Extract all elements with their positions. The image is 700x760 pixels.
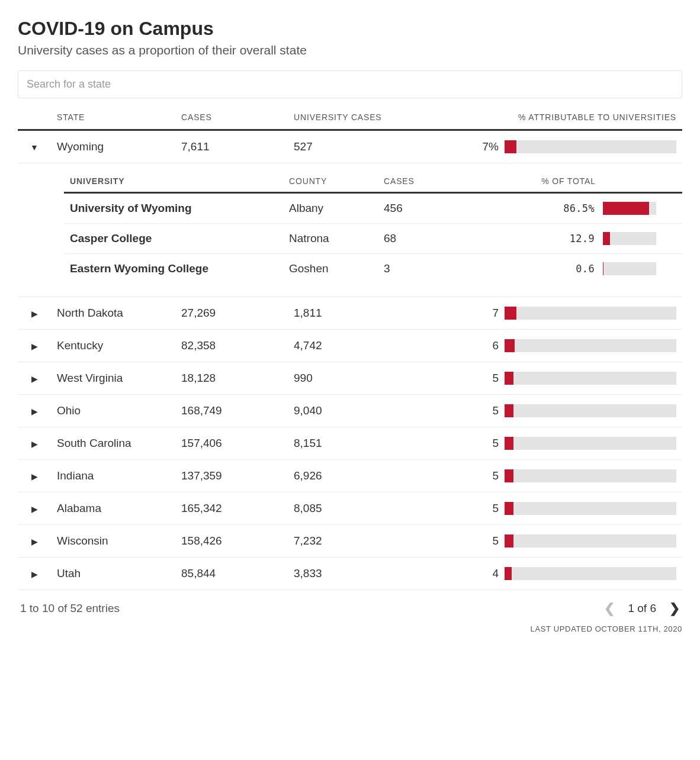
pct-cell: 5 [412,460,682,492]
pct-bar [505,140,676,153]
university-cases-cell: 1,811 [288,297,412,330]
table-footer: 1 to 10 of 52 entries ❮ 1 of 6 ❯ [18,590,682,620]
cases-cell: 158,426 [175,525,288,558]
app-container: COVID-19 on Campus University cases as a… [18,18,682,633]
pager-page-label: 1 of 6 [628,602,656,615]
last-updated: LAST UPDATED OCTOBER 11TH, 2020 [18,624,682,633]
expand-toggle[interactable]: ▶ [31,374,38,384]
pager-next[interactable]: ❯ [669,601,680,616]
states-table-header: STATE CASES UNIVERSITY CASES % ATTRIBUTA… [18,107,682,130]
cases-cell: 157,406 [175,427,288,460]
states-table: STATE CASES UNIVERSITY CASES % ATTRIBUTA… [18,107,682,590]
detail-pct-bar [603,232,656,245]
expand-toggle[interactable]: ▶ [31,537,38,546]
detail-pct-bar [603,202,656,215]
cases-cell: 82,358 [175,330,288,362]
states-table-body: ▼Wyoming7,6115277%UNIVERSITYCOUNTYCASES%… [18,130,682,590]
pct-cell: 7 [412,297,682,330]
pct-label: 6 [479,339,499,352]
detail-pct-bar [603,262,656,275]
expand-toggle[interactable]: ▶ [31,309,38,318]
col-state-header[interactable]: STATE [51,107,175,130]
detail-col-county-header[interactable]: COUNTY [283,170,378,193]
detail-table-row: Casper CollegeNatrona6812.9 [64,224,682,254]
university-cases-cell: 7,232 [288,525,412,558]
col-cases-header[interactable]: CASES [175,107,288,130]
pct-cell: 4 [412,558,682,590]
pct-label: 5 [479,502,499,515]
county-cell: Natrona [283,224,378,254]
expand-toggle[interactable]: ▼ [30,143,38,152]
state-cell: Indiana [51,460,175,492]
detail-pct-cell: 86.5% [455,193,682,224]
pct-cell: 5 [412,492,682,525]
table-row: ▼Wyoming7,6115277% [18,130,682,163]
detail-cases-cell: 68 [378,224,455,254]
state-cell: West Virginia [51,362,175,395]
detail-pct-label: 12.9 [570,233,595,244]
university-cell: Eastern Wyoming College [64,254,283,284]
detail-cases-cell: 456 [378,193,455,224]
pager-prev[interactable]: ❮ [604,601,615,616]
pct-label: 5 [479,534,499,548]
cases-cell: 27,269 [175,297,288,330]
detail-table: UNIVERSITYCOUNTYCASES% OF TOTALUniversit… [64,170,682,284]
col-pct-header[interactable]: % ATTRIBUTABLE TO UNIVERSITIES [412,107,682,130]
university-cases-cell: 527 [288,130,412,163]
expand-toggle[interactable]: ▶ [31,439,38,449]
detail-pct-cell: 0.6 [455,254,682,284]
table-row: ▶Alabama165,3428,0855 [18,492,682,525]
pct-bar [505,502,676,515]
table-row: ▶Wisconsin158,4267,2325 [18,525,682,558]
pct-bar [505,372,676,385]
expand-toggle[interactable]: ▶ [31,504,38,514]
cases-cell: 18,128 [175,362,288,395]
pct-cell: 5 [412,427,682,460]
pct-label: 4 [479,567,499,580]
expand-toggle[interactable]: ▶ [31,472,38,481]
table-row: ▶Kentucky82,3584,7426 [18,330,682,362]
cases-cell: 165,342 [175,492,288,525]
page-title: COVID-19 on Campus [18,18,682,40]
detail-col-pct-header[interactable]: % OF TOTAL [455,170,682,193]
university-cases-cell: 9,040 [288,395,412,427]
state-cell: North Dakota [51,297,175,330]
expand-toggle[interactable]: ▶ [31,569,38,579]
col-university-cases-header[interactable]: UNIVERSITY CASES [288,107,412,130]
table-row: ▶North Dakota27,2691,8117 [18,297,682,330]
pct-cell: 7% [412,130,682,163]
expand-toggle[interactable]: ▶ [31,342,38,351]
pct-cell: 5 [412,525,682,558]
detail-col-cases-header[interactable]: CASES [378,170,455,193]
university-cell: University of Wyoming [64,193,283,224]
state-cell: Alabama [51,492,175,525]
detail-table-row: University of WyomingAlbany45686.5% [64,193,682,224]
pct-label: 7% [479,140,499,153]
state-cell: Ohio [51,395,175,427]
county-cell: Albany [283,193,378,224]
state-cell: Kentucky [51,330,175,362]
pct-bar [505,339,676,352]
university-cases-cell: 4,742 [288,330,412,362]
detail-table-row: Eastern Wyoming CollegeGoshen30.6 [64,254,682,284]
cases-cell: 85,844 [175,558,288,590]
detail-pct-label: 86.5% [563,202,595,214]
pct-cell: 6 [412,330,682,362]
university-cases-cell: 3,833 [288,558,412,590]
university-cases-cell: 8,085 [288,492,412,525]
pager: ❮ 1 of 6 ❯ [604,601,680,616]
table-row: ▶Indiana137,3596,9265 [18,460,682,492]
state-cell: South Carolina [51,427,175,460]
detail-col-university-header[interactable]: UNIVERSITY [64,170,283,193]
state-cell: Wyoming [51,130,175,163]
university-cases-cell: 6,926 [288,460,412,492]
pct-label: 5 [479,469,499,482]
pct-bar [505,567,676,580]
col-expand-header [18,107,51,130]
expand-toggle[interactable]: ▶ [31,407,38,416]
search-input[interactable] [18,70,682,98]
detail-row: UNIVERSITYCOUNTYCASES% OF TOTALUniversit… [18,163,682,297]
pct-label: 5 [479,404,499,417]
state-cell: Utah [51,558,175,590]
table-row: ▶South Carolina157,4068,1515 [18,427,682,460]
